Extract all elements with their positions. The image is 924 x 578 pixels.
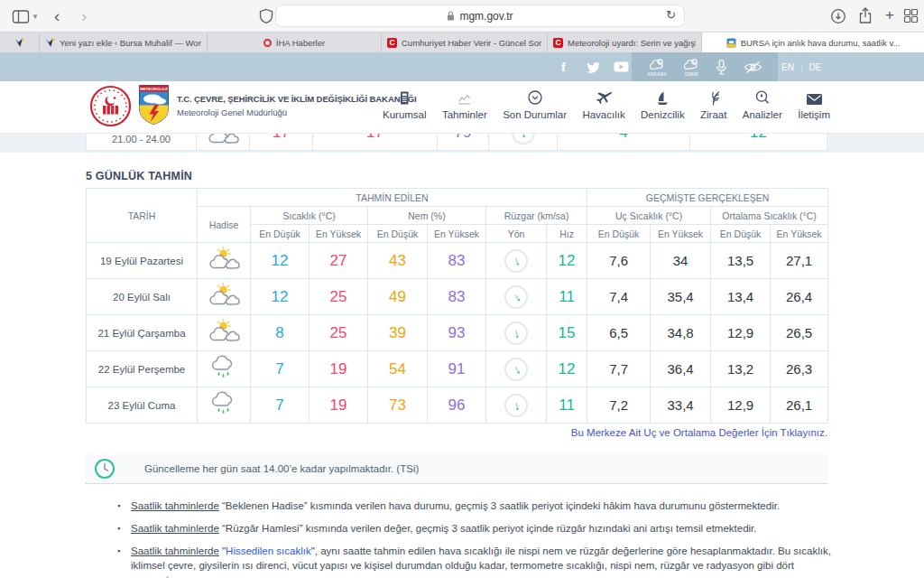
wind-dir-cell: ↓ <box>486 387 547 424</box>
avg-max-cell: 26,1 <box>771 387 828 424</box>
refresh-icon[interactable]: ↻ <box>666 8 676 22</box>
bird-logo-favicon <box>14 38 24 48</box>
downloads-icon[interactable] <box>830 8 846 28</box>
extremes-link[interactable]: Bu Merkeze Ait Uç ve Ortalama Değerler İ… <box>86 427 827 438</box>
avg-max-cell: 26,3 <box>771 351 828 387</box>
col-header-humidity: Nem (%) <box>368 207 486 225</box>
browser-tab[interactable] <box>0 33 40 52</box>
feels-like-link[interactable]: Hissedilen sıcaklık <box>226 545 311 556</box>
temp-min-cell: 12 <box>251 243 310 279</box>
iha-ring-favicon <box>263 39 272 47</box>
red-c-favicon: C <box>387 38 397 48</box>
subheader-wind-dir: Yön <box>486 225 547 243</box>
microphone-icon[interactable] <box>716 59 727 76</box>
lock-icon <box>447 11 455 21</box>
col-header-date: TARİH <box>87 189 198 243</box>
nav-item-ziraat[interactable]: Ziraat <box>700 88 726 120</box>
temp-max-cell: 25 <box>310 279 368 315</box>
ankara-weather-widget[interactable]: ANKARA <box>647 58 667 77</box>
sun-cloud-icon <box>648 58 666 71</box>
rec-min-cell: 7,6 <box>587 243 651 279</box>
subheader-avg-min: En Düşük <box>711 225 771 243</box>
lang-en[interactable]: EN <box>781 62 794 72</box>
city-label: İZMİR <box>685 72 698 77</box>
subheader-temp-min: En Düşük <box>251 225 310 243</box>
accessibility-eye-icon[interactable] <box>744 61 762 74</box>
info-bullets: Saatlik tahminlerde “Beklenen Hadise” kı… <box>117 499 837 578</box>
rec-max-cell: 34,8 <box>651 315 711 351</box>
event-icon-cell <box>198 279 251 315</box>
share-icon[interactable] <box>857 7 873 28</box>
date-cell: 20 Eylül Salı <box>87 279 198 315</box>
nav-item-tahminler[interactable]: Tahminler <box>442 88 487 120</box>
bullet-lead: Saatlik tahminlerde <box>131 545 219 556</box>
sidebar-icon[interactable] <box>12 9 30 28</box>
forecast-table: TARİH TAHMİN EDİLEN GEÇMİŞTE GERÇEKLEŞEN… <box>86 188 828 424</box>
browser-tab-active[interactable]: BURSA için anlık hava durumu, saatlik v.… <box>702 33 924 52</box>
chart-icon <box>457 88 473 106</box>
tab-overview-icon[interactable] <box>903 8 919 27</box>
hum-max-cell: 91 <box>428 351 486 387</box>
lang-de[interactable]: DE <box>809 62 822 72</box>
browser-tab[interactable]: CMeteoroloji uyardı: Serin ve yağışlı ha… <box>548 33 702 52</box>
nav-item-havacılık[interactable]: Havacılık <box>582 88 624 120</box>
temp-max-cell: 19 <box>310 351 368 387</box>
forecast-row: 20 Eylül Salı12254983↓117,435,413,426,4 <box>87 279 828 315</box>
address-bar[interactable]: mgm.gov.tr ↻ <box>276 5 684 26</box>
rec-min-cell: 7,7 <box>587 351 651 387</box>
col-header-average-temp: Ortalama Sıcaklık (°C) <box>711 207 828 225</box>
avg-max-cell: 27,1 <box>771 243 828 279</box>
subheader-hum-min: En Düşük <box>368 225 428 243</box>
sailboat-icon <box>654 88 670 106</box>
ministry-logo[interactable] <box>89 85 132 131</box>
facebook-icon[interactable]: f <box>561 52 566 81</box>
tab-bar: Yeni yazı ekle ‹ Bursa Muhalif — WordPr.… <box>0 33 924 52</box>
nav-label: Analizler <box>743 109 782 120</box>
date-cell: 21 Eylül Çarşamba <box>87 315 198 351</box>
twitter-icon[interactable] <box>587 52 601 81</box>
nav-label: Denizcilik <box>641 109 685 120</box>
temp-max-cell: 25 <box>310 315 368 351</box>
wind-dir-cell: ↓ <box>486 243 547 279</box>
privacy-shield-icon[interactable] <box>258 8 274 28</box>
ministry-title: T.C. ÇEVRE, ŞEHİRCİLİK VE İKLİM DEĞİŞİKL… <box>177 94 416 104</box>
info-bullet: Saatlik tahminlerde “Rüzgâr Hamlesi” kıs… <box>117 521 837 536</box>
city-label: ANKARA <box>647 72 667 77</box>
event-icon-cell <box>198 243 251 279</box>
izmir-weather-widget[interactable]: İZMİR <box>682 58 700 77</box>
tab-title: Yeni yazı ekle ‹ Bursa Muhalif — WordPr.… <box>60 38 201 48</box>
date-cell: 19 Eylül Pazartesi <box>87 243 198 279</box>
red-c-favicon: C <box>553 38 563 48</box>
hum-max-cell: 96 <box>428 387 486 424</box>
nav-item-analizler[interactable]: Analizler <box>743 88 782 120</box>
lang-separator: | <box>800 62 803 72</box>
wheat-icon <box>706 88 721 106</box>
col-header-extreme-temp: Uç Sıcaklık (°C) <box>587 207 711 225</box>
browser-tab[interactable]: İHA Haberler <box>208 33 382 52</box>
city-weather-widgets: ANKARA İZMİR <box>632 52 778 81</box>
nav-item-denizcilik[interactable]: Denizcilik <box>641 88 685 120</box>
youtube-icon[interactable] <box>614 52 629 81</box>
avg-min-cell: 12,9 <box>711 387 771 424</box>
mgm-logo[interactable]: METEOROLOJİ <box>137 83 171 130</box>
site-title: T.C. ÇEVRE, ŞEHİRCİLİK VE İKLİM DEĞİŞİKL… <box>177 94 416 117</box>
group-header-forecast: TAHMİN EDİLEN <box>198 189 587 207</box>
chevron-down-icon[interactable]: ▼ <box>32 13 39 21</box>
new-tab-icon[interactable]: + <box>885 6 894 24</box>
nav-label: Son Durumlar <box>503 109 567 120</box>
rec-max-cell: 36,4 <box>651 351 711 387</box>
wind-direction-icon: ↓ <box>504 249 528 273</box>
hum-min-cell: 54 <box>368 351 428 387</box>
nav-item-son-durumlar[interactable]: Son Durumlar <box>503 88 567 120</box>
browser-tab[interactable]: CCumhuriyet Haber Verir - Güncel Son D..… <box>382 33 548 52</box>
forward-button[interactable]: › <box>81 7 87 24</box>
nav-label: İletişim <box>798 109 830 120</box>
nav-item-kurumsal[interactable]: Kurumsal <box>383 88 427 120</box>
nav-item-i̇letişim[interactable]: İletişim <box>798 88 830 120</box>
bullet-lead: Saatlik tahminlerde <box>131 523 219 534</box>
mgm-weather-page: ▼ ‹ › mgm.gov.tr ↻ + Yeni yazı ekle ‹ Bu… <box>0 0 924 578</box>
clock-icon <box>94 458 116 480</box>
browser-tab[interactable]: Yeni yazı ekle ‹ Bursa Muhalif — WordPr.… <box>40 33 208 52</box>
directorate-title: Meteoroloji Genel Müdürlüğü <box>177 107 416 117</box>
back-button[interactable]: ‹ <box>54 7 60 24</box>
